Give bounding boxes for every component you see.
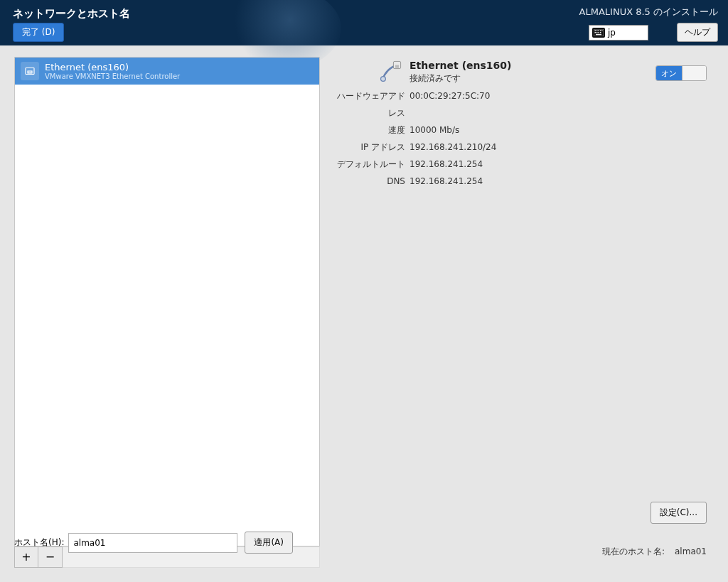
nic-detail: Ethernet (ens160) 接続済みです オン ハードウェアアドレス 0… — [331, 57, 714, 190]
install-label: ALMALINUX 8.5 のインストール — [579, 6, 718, 18]
svg-rect-3 — [599, 30, 600, 31]
svg-point-18 — [381, 77, 386, 82]
keyboard-layout-label: jp — [608, 28, 616, 38]
svg-rect-4 — [600, 30, 601, 31]
kv-val: 192.168.241.254 — [410, 156, 483, 173]
hostname-input[interactable] — [68, 533, 237, 553]
keyboard-layout-selector[interactable]: jp — [589, 25, 648, 41]
kv-val: 10000 Mb/s — [410, 122, 459, 139]
svg-rect-9 — [600, 32, 601, 33]
nic-list-item[interactable]: Ethernet (ens160) VMware VMXNET3 Etherne… — [15, 58, 319, 85]
detail-kv-table: ハードウェアアドレス 00:0C:29:27:5C:70 速度 10000 Mb… — [331, 87, 714, 190]
right-pane: Ethernet (ens160) 接続済みです オン ハードウェアアドレス 0… — [331, 57, 714, 568]
kv-key: 速度 — [331, 122, 405, 139]
configure-button[interactable]: 設定(C)... — [651, 502, 707, 524]
svg-rect-1 — [595, 30, 596, 31]
kv-val: 192.168.241.254 — [410, 173, 483, 190]
kv-val: 192.168.241.210/24 — [410, 139, 496, 156]
toggle-knob — [682, 66, 706, 80]
detail-title: Ethernet (ens160) — [410, 60, 511, 71]
connection-toggle[interactable]: オン — [655, 65, 707, 81]
header-bar: ネットワークとホスト名 完了 (D) ALMALINUX 8.5 のインストール… — [0, 0, 728, 45]
kv-key: ハードウェアアドレス — [331, 87, 405, 122]
apply-button[interactable]: 適用(A) — [245, 532, 293, 554]
kv-key: DNS — [331, 173, 405, 190]
ethernet-icon — [21, 62, 39, 80]
current-hostname-label: 現在のホスト名: — [602, 546, 665, 558]
nic-item-subtitle: VMware VMXNET3 Ethernet Controller — [45, 72, 180, 80]
content-area: Ethernet (ens160) VMware VMXNET3 Etherne… — [14, 57, 714, 568]
hostname-row: ホスト名(H): 適用(A) — [14, 532, 293, 554]
toggle-on-label: オン — [656, 66, 682, 80]
header-controls: jp ヘルプ — [579, 23, 718, 42]
kv-row-ip: IP アドレス 192.168.241.210/24 — [331, 139, 714, 156]
svg-rect-8 — [599, 32, 600, 33]
left-pane: Ethernet (ens160) VMware VMXNET3 Etherne… — [14, 57, 320, 568]
detail-header-text: Ethernet (ens160) 接続済みです — [410, 58, 511, 85]
svg-rect-5 — [602, 30, 603, 31]
help-button[interactable]: ヘルプ — [677, 23, 718, 42]
svg-rect-6 — [595, 32, 596, 33]
done-button[interactable]: 完了 (D) — [13, 23, 64, 42]
ethernet-plug-icon — [378, 58, 404, 84]
header-right: ALMALINUX 8.5 のインストール jp ヘルプ — [579, 6, 718, 42]
current-hostname-area: 現在のホスト名: alma01 — [602, 546, 707, 558]
keyboard-icon — [592, 28, 605, 38]
svg-rect-2 — [596, 30, 598, 31]
nic-list[interactable]: Ethernet (ens160) VMware VMXNET3 Etherne… — [14, 57, 320, 546]
svg-rect-7 — [596, 32, 598, 33]
svg-rect-10 — [596, 33, 601, 35]
kv-val: 00:0C:29:27:5C:70 — [410, 87, 490, 122]
page-title: ネットワークとホスト名 — [13, 7, 130, 21]
kv-key: デフォルトルート — [331, 156, 405, 173]
nic-item-title: Ethernet (ens160) — [45, 62, 180, 72]
svg-rect-17 — [395, 65, 399, 68]
kv-row-speed: 速度 10000 Mb/s — [331, 122, 714, 139]
kv-row-hwaddr: ハードウェアアドレス 00:0C:29:27:5C:70 — [331, 87, 714, 122]
detail-status: 接続済みです — [410, 72, 511, 85]
kv-key: IP アドレス — [331, 139, 405, 156]
kv-row-route: デフォルトルート 192.168.241.254 — [331, 156, 714, 173]
nic-item-text: Ethernet (ens160) VMware VMXNET3 Etherne… — [45, 62, 180, 80]
kv-row-dns: DNS 192.168.241.254 — [331, 173, 714, 190]
hostname-label: ホスト名(H): — [14, 537, 64, 549]
current-hostname-value: alma01 — [675, 546, 707, 556]
